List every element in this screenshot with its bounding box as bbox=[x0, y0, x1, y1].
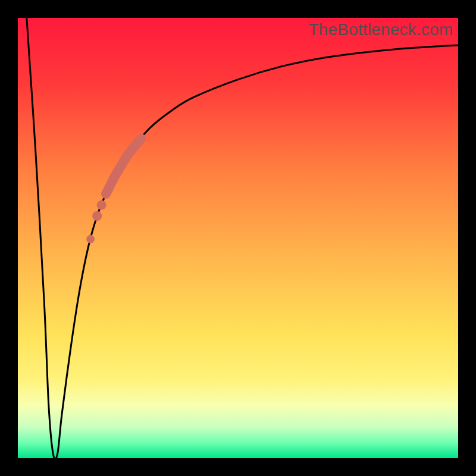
watermark-text: TheBottleneck.com bbox=[309, 20, 453, 39]
highlight-dot bbox=[86, 235, 95, 243]
chart-frame: TheBottleneck.com bbox=[0, 0, 476, 476]
highlight-layer bbox=[18, 18, 458, 458]
highlight-dot bbox=[97, 201, 107, 210]
plot-area: TheBottleneck.com bbox=[18, 18, 458, 458]
highlight-dot bbox=[92, 211, 102, 221]
